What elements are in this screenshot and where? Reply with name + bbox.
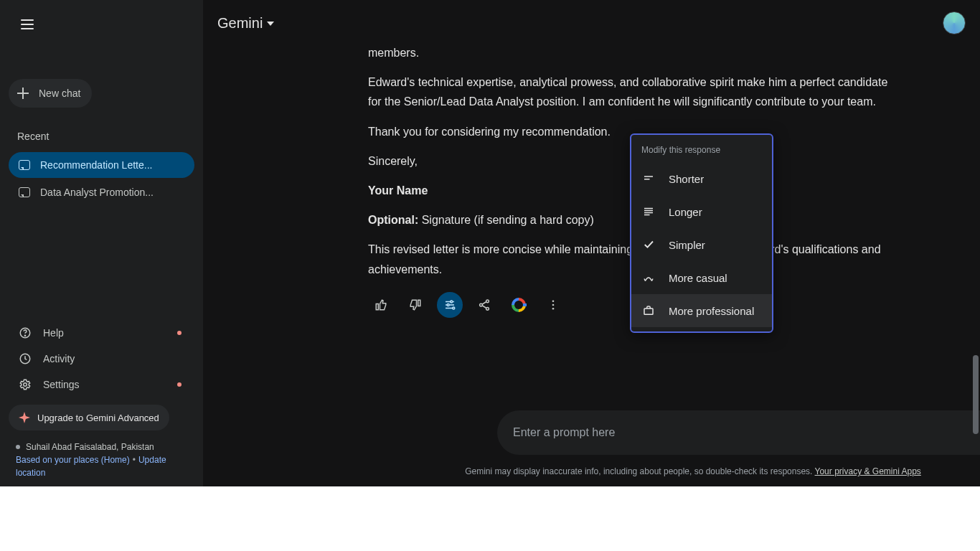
location-based-link[interactable]: Based on your places (Home) <box>16 455 130 465</box>
google-search-button[interactable] <box>506 292 532 318</box>
help-icon <box>19 326 32 339</box>
separator: • <box>133 455 136 465</box>
response-text: members. <box>368 46 901 62</box>
main-area: Gemini members. Edward's technical exper… <box>203 0 980 486</box>
recent-heading: Recent <box>17 131 194 142</box>
menu-item-shorter[interactable]: Shorter <box>631 162 772 195</box>
chat-item-label: Recommendation Lette... <box>40 159 152 171</box>
prompt-bar: ✦ G <box>497 410 980 455</box>
thumbs-down-button[interactable] <box>402 292 428 318</box>
notification-dot <box>177 331 182 335</box>
location-dot-icon <box>16 445 20 449</box>
notification-dot <box>177 382 182 387</box>
svg-point-12 <box>552 308 555 310</box>
prompt-input[interactable] <box>513 426 980 439</box>
response-text-span: Signature (if sending a hard copy) <box>418 214 594 226</box>
menu-item-label: Longer <box>669 206 702 218</box>
google-logo-icon <box>512 298 526 312</box>
response-text: Edward's technical expertise, analytical… <box>368 72 901 111</box>
activity-icon <box>19 352 32 365</box>
tune-icon <box>443 298 456 311</box>
footer-text: Gemini may display inaccurate info, incl… <box>465 466 814 476</box>
nav-label: Activity <box>43 353 75 364</box>
menu-title: Modify this response <box>631 142 772 162</box>
topbar: Gemini <box>203 0 980 46</box>
menu-item-simpler[interactable]: Simpler <box>631 228 772 261</box>
chevron-down-icon <box>267 22 274 26</box>
scrollbar-thumb[interactable] <box>973 355 979 434</box>
nav-help[interactable]: Help <box>9 320 194 346</box>
new-chat-button[interactable]: New chat <box>9 79 92 108</box>
avatar[interactable] <box>943 11 966 34</box>
menu-item-label: More casual <box>669 272 727 284</box>
longer-icon <box>641 204 656 219</box>
svg-point-11 <box>552 303 555 306</box>
svg-rect-13 <box>644 309 653 314</box>
svg-point-1 <box>24 335 25 336</box>
chat-bubble-icon <box>19 160 30 170</box>
menu-item-professional[interactable]: More professional <box>631 294 772 327</box>
chat-bubble-icon <box>19 187 30 197</box>
upgrade-button[interactable]: Upgrade to Gemini Advanced <box>9 405 169 430</box>
gear-icon <box>19 378 32 391</box>
location-place: Suhail Abad Faisalabad, Pakistan <box>26 441 154 453</box>
plus-icon <box>16 86 30 100</box>
hamburger-icon <box>21 19 34 29</box>
nav-label: Settings <box>43 379 80 390</box>
brand-selector[interactable]: Gemini <box>217 15 274 32</box>
briefcase-icon <box>641 303 656 318</box>
casual-icon <box>641 270 656 285</box>
privacy-link[interactable]: Your privacy & Gemini Apps <box>815 466 921 476</box>
modify-response-button[interactable] <box>437 292 463 318</box>
svg-point-3 <box>24 383 27 387</box>
modify-response-menu: Modify this response Shorter Longer Simp… <box>630 133 773 333</box>
nav-activity[interactable]: Activity <box>9 346 194 372</box>
thumbs-up-button[interactable] <box>368 292 394 318</box>
response-text-bold: Optional: <box>368 214 418 226</box>
svg-point-10 <box>552 300 555 302</box>
recent-chat-list: Recommendation Lette... Data Analyst Pro… <box>9 152 194 205</box>
share-button[interactable] <box>471 292 497 318</box>
chat-item-data-analyst[interactable]: Data Analyst Promotion... <box>9 179 194 205</box>
svg-point-6 <box>453 307 455 309</box>
menu-item-label: Simpler <box>669 239 705 251</box>
menu-item-label: More professional <box>669 305 754 317</box>
location-block: Suhail Abad Faisalabad, Pakistan Based o… <box>9 441 194 479</box>
thumbs-up-icon <box>374 298 387 311</box>
share-icon <box>478 298 491 311</box>
more-options-button[interactable] <box>540 292 566 318</box>
new-chat-label: New chat <box>39 88 80 99</box>
brand-label: Gemini <box>217 15 263 32</box>
nav-settings[interactable]: Settings <box>9 372 194 397</box>
footer: Gemini may display inaccurate info, incl… <box>406 466 980 476</box>
thumbs-down-icon <box>409 298 422 311</box>
shorter-icon <box>641 171 656 186</box>
sidebar: New chat Recent Recommendation Lette... … <box>0 0 203 486</box>
svg-point-4 <box>451 301 453 303</box>
nav-label: Help <box>43 327 64 339</box>
chat-item-label: Data Analyst Promotion... <box>40 187 154 198</box>
menu-item-longer[interactable]: Longer <box>631 195 772 228</box>
menu-item-casual[interactable]: More casual <box>631 261 772 294</box>
menu-item-label: Shorter <box>669 173 704 185</box>
main-menu-button[interactable] <box>13 10 42 39</box>
svg-point-5 <box>447 303 449 306</box>
upgrade-label: Upgrade to Gemini Advanced <box>37 413 159 423</box>
spark-icon <box>19 412 30 423</box>
more-vert-icon <box>547 298 560 311</box>
chat-item-recommendation[interactable]: Recommendation Lette... <box>9 152 194 178</box>
simpler-icon <box>641 237 656 252</box>
